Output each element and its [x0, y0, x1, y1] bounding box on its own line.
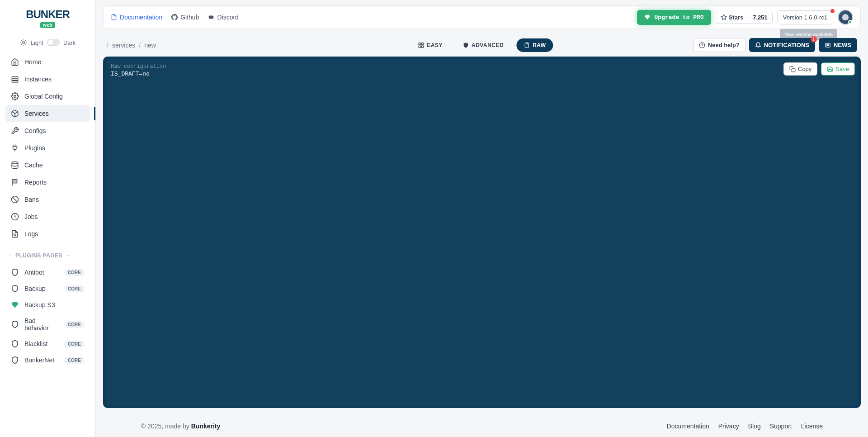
- plugin-badge: CORE: [64, 341, 85, 347]
- svg-rect-15: [419, 43, 420, 44]
- nav-services-label: Services: [24, 110, 49, 117]
- plugins-pages-title: PLUGINS PAGES: [15, 252, 62, 259]
- svg-rect-18: [422, 46, 424, 48]
- gear-icon: [11, 92, 19, 100]
- svg-line-12: [15, 235, 16, 236]
- nav-bans-label: Bans: [24, 196, 39, 203]
- footer-copyright: © 2025, made by Bunkerity: [141, 423, 220, 430]
- theme-switch[interactable]: [47, 39, 60, 46]
- footer-documentation[interactable]: Documentation: [667, 423, 709, 430]
- footer-support[interactable]: Support: [770, 423, 792, 430]
- shield-icon: [11, 268, 19, 276]
- plugin-backup-s3[interactable]: Backup S3: [5, 297, 90, 313]
- version-notification-dot: [830, 9, 835, 13]
- svg-marker-14: [721, 14, 726, 19]
- notifications-label: NOTIFICATIONS: [764, 42, 809, 48]
- star-icon: [721, 14, 727, 20]
- layers-icon: [11, 75, 19, 83]
- svg-point-11: [14, 234, 15, 235]
- newspaper-icon: [825, 42, 831, 48]
- plugin-blacklist[interactable]: Blacklist CORE: [5, 336, 90, 352]
- home-icon: [11, 58, 19, 66]
- breadcrumb: / services / new: [107, 42, 156, 49]
- plugin-label: BunkerNet: [24, 356, 54, 364]
- news-label: NEWS: [834, 42, 851, 48]
- nav-logs[interactable]: Logs: [5, 225, 90, 242]
- plug-icon: [11, 144, 19, 152]
- nav-home[interactable]: Home: [5, 53, 90, 71]
- chevron-down-icon: [66, 253, 71, 258]
- avatar[interactable]: [838, 10, 853, 25]
- footer-license[interactable]: License: [801, 423, 823, 430]
- nav-plugins[interactable]: Plugins: [5, 139, 90, 157]
- version-button[interactable]: Version 1.6.0-rc1 New version available: [777, 10, 833, 24]
- tab-advanced[interactable]: ADVANCED: [455, 38, 511, 52]
- box-icon: [11, 109, 19, 118]
- plugin-label: Bad behavior: [24, 317, 59, 332]
- notifications-count: 1: [811, 36, 817, 43]
- shield-icon: [11, 340, 19, 348]
- upgrade-button[interactable]: Upgrade to PRO: [637, 10, 711, 25]
- tab-raw-label: RAW: [533, 42, 546, 48]
- footer-blog[interactable]: Blog: [748, 423, 761, 430]
- nav-global-config[interactable]: Global Config: [5, 88, 90, 105]
- wrench-icon: [11, 127, 19, 135]
- online-indicator: [848, 20, 852, 24]
- plugin-backup[interactable]: Backup CORE: [5, 280, 90, 297]
- nav-services[interactable]: Services: [5, 105, 90, 122]
- news-button[interactable]: NEWS: [819, 38, 857, 52]
- topbar-discord-label: Discord: [217, 14, 238, 21]
- breadcrumb-root: /: [107, 42, 108, 49]
- breadcrumb-new: new: [144, 42, 156, 49]
- nav-plugins-label: Plugins: [24, 144, 45, 152]
- nav-logs-label: Logs: [24, 230, 38, 238]
- editor-placeholder: Raw configuration: [111, 63, 853, 70]
- footer-brand[interactable]: Bunkerity: [191, 423, 221, 430]
- nav-reports-label: Reports: [24, 179, 47, 186]
- nav-configs[interactable]: Configs: [5, 122, 90, 139]
- svg-rect-7: [12, 180, 17, 183]
- sun-icon: [20, 39, 27, 46]
- shield-icon: [11, 285, 19, 293]
- svg-point-4: [14, 95, 16, 98]
- shield-icon: [462, 42, 469, 48]
- logo-sub: web: [40, 22, 55, 28]
- nav-bans[interactable]: Bans: [5, 191, 90, 208]
- topbar-github[interactable]: Github: [171, 14, 199, 21]
- plugin-bad-behavior[interactable]: Bad behavior CORE: [5, 313, 90, 336]
- clock-icon: [11, 213, 19, 221]
- breadcrumb-services[interactable]: services: [112, 42, 135, 49]
- logo[interactable]: BUNKER web: [0, 0, 95, 33]
- svg-rect-19: [525, 43, 528, 48]
- need-help-button[interactable]: Need help?: [693, 38, 745, 52]
- mode-tabs: EASY ADVANCED RAW: [410, 38, 553, 52]
- tab-easy[interactable]: EASY: [410, 38, 450, 52]
- nav-home-label: Home: [24, 58, 41, 66]
- svg-rect-13: [209, 16, 214, 19]
- plugin-bunkernet[interactable]: BunkerNet CORE: [5, 352, 90, 368]
- tab-raw[interactable]: RAW: [516, 38, 553, 52]
- upgrade-label: Upgrade to PRO: [654, 14, 703, 21]
- svg-line-9: [13, 197, 18, 202]
- version-label: Version 1.6.0-rc1: [783, 14, 827, 21]
- topbar-doc-label: Documentation: [120, 14, 162, 21]
- grid-icon: [418, 42, 424, 48]
- footer-privacy[interactable]: Privacy: [718, 423, 739, 430]
- nav-jobs[interactable]: Jobs: [5, 208, 90, 225]
- github-stars[interactable]: Stars 7,251: [716, 11, 773, 24]
- topbar: Documentation Github Discord Upgrade to …: [103, 5, 861, 29]
- theme-light-label: Light: [31, 39, 43, 46]
- diamond-icon: [644, 14, 651, 20]
- plugins-pages-header[interactable]: PLUGINS PAGES: [0, 244, 95, 262]
- sidebar: BUNKER web Light Dark Home Instances: [0, 0, 96, 437]
- plugin-antibot[interactable]: Antibot CORE: [5, 264, 90, 280]
- nav-cache[interactable]: Cache: [5, 157, 90, 174]
- topbar-documentation[interactable]: Documentation: [111, 14, 162, 21]
- raw-editor[interactable]: Copy Save Raw configuration IS_DRAFT=no: [103, 57, 861, 408]
- nav-configs-label: Configs: [24, 127, 46, 134]
- topbar-discord[interactable]: Discord: [208, 14, 238, 21]
- plugin-label: Antibot: [24, 269, 44, 276]
- nav-reports[interactable]: Reports: [5, 174, 90, 191]
- nav-instances[interactable]: Instances: [5, 71, 90, 88]
- notifications-button[interactable]: NOTIFICATIONS 1: [749, 38, 815, 52]
